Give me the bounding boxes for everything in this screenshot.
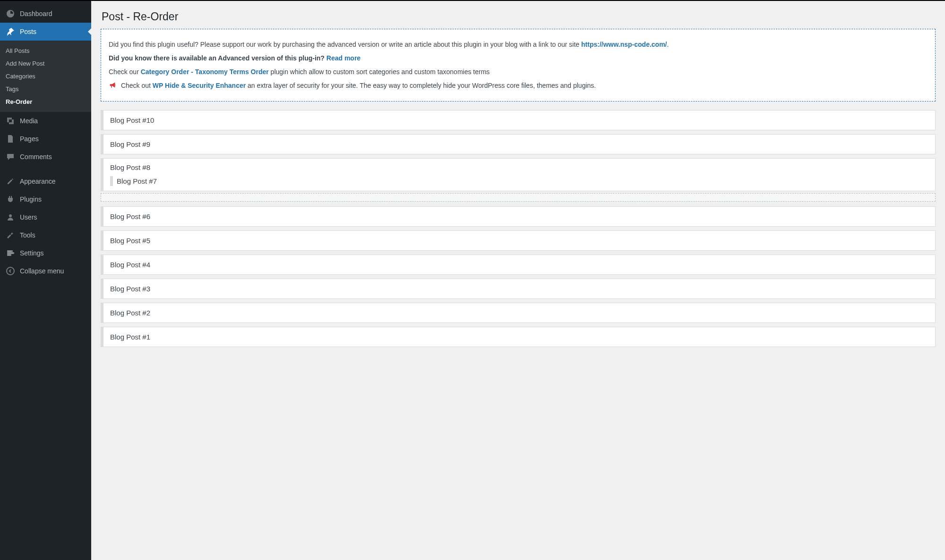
- sortable-item[interactable]: Blog Post #5: [101, 230, 936, 251]
- sortable-item[interactable]: Blog Post #6: [101, 206, 936, 227]
- megaphone-icon: [109, 81, 117, 89]
- pages-icon: [6, 134, 15, 144]
- appearance-icon: [6, 177, 15, 186]
- submenu-item-reorder[interactable]: Re-Order: [0, 95, 91, 108]
- settings-icon: [6, 248, 15, 258]
- sidebar-item-label: Comments: [20, 153, 52, 161]
- svg-point-0: [7, 267, 14, 275]
- info-paragraph-support: Did you find this plugin useful? Please …: [109, 40, 928, 50]
- sidebar-item-label: Users: [20, 213, 37, 221]
- media-icon: [6, 116, 15, 126]
- info-text: an extra layer of security for your site…: [246, 82, 596, 89]
- sortable-item[interactable]: Blog Post #3: [101, 279, 936, 299]
- info-paragraph-advanced: Did you know there is available an Advan…: [109, 53, 928, 63]
- info-text: .: [667, 41, 669, 48]
- sidebar-item-pages[interactable]: Pages: [0, 130, 91, 148]
- sidebar-item-users[interactable]: Users: [0, 208, 91, 226]
- sidebar-item-posts[interactable]: Posts: [0, 23, 91, 41]
- sortable-item-dragging[interactable]: Blog Post #8 Blog Post #7: [101, 158, 936, 191]
- sidebar-item-collapse[interactable]: Collapse menu: [0, 262, 91, 280]
- sidebar-item-label: Tools: [20, 231, 35, 239]
- info-text-strong: Did you know there is available an Advan…: [109, 54, 326, 62]
- info-text: Check out: [121, 82, 153, 89]
- tools-icon: [6, 230, 15, 240]
- sidebar-item-dashboard[interactable]: Dashboard: [0, 5, 91, 23]
- sidebar-item-label: Pages: [20, 135, 39, 143]
- link-read-more[interactable]: Read more: [326, 54, 361, 62]
- sidebar-item-comments[interactable]: Comments: [0, 148, 91, 166]
- menu-separator: [0, 166, 91, 172]
- comments-icon: [6, 152, 15, 161]
- sidebar-item-label: Posts: [20, 28, 36, 35]
- admin-sidebar: Dashboard Posts All Posts Add New Post C…: [0, 1, 91, 560]
- info-paragraph-category: Check our Category Order - Taxonomy Term…: [109, 67, 928, 77]
- sidebar-item-label: Appearance: [20, 178, 56, 185]
- sortable-item-child[interactable]: Blog Post #7: [110, 176, 928, 186]
- sidebar-item-tools[interactable]: Tools: [0, 226, 91, 244]
- submenu-item-categories[interactable]: Categories: [0, 70, 91, 83]
- sortable-item[interactable]: Blog Post #4: [101, 255, 936, 275]
- submenu-item-all-posts[interactable]: All Posts: [0, 44, 91, 57]
- sidebar-item-label: Media: [20, 117, 38, 125]
- sortable-post-list: Blog Post #10 Blog Post #9 Blog Post #8 …: [101, 110, 936, 347]
- sidebar-item-plugins[interactable]: Plugins: [0, 190, 91, 208]
- sortable-placeholder: [101, 193, 936, 202]
- sortable-item[interactable]: Blog Post #9: [101, 134, 936, 154]
- link-nsp-code[interactable]: https://www.nsp-code.com/: [581, 41, 667, 48]
- sidebar-item-media[interactable]: Media: [0, 112, 91, 130]
- info-paragraph-wphide: Check out WP Hide & Security Enhancer an…: [109, 81, 928, 91]
- sidebar-item-label: Collapse menu: [20, 267, 64, 275]
- sidebar-submenu-posts: All Posts Add New Post Categories Tags R…: [0, 41, 91, 112]
- sortable-item[interactable]: Blog Post #2: [101, 303, 936, 323]
- plugins-icon: [6, 195, 15, 204]
- layout: Dashboard Posts All Posts Add New Post C…: [0, 1, 945, 560]
- sidebar-item-label: Settings: [20, 249, 44, 257]
- page-title: Post - Re-Order: [101, 1, 936, 29]
- info-text: plugin which allow to custom sort catego…: [269, 68, 490, 76]
- submenu-item-tags[interactable]: Tags: [0, 83, 91, 95]
- users-icon: [6, 212, 15, 222]
- sortable-item[interactable]: Blog Post #1: [101, 327, 936, 347]
- submenu-item-add-new[interactable]: Add New Post: [0, 57, 91, 70]
- sortable-item[interactable]: Blog Post #10: [101, 110, 936, 130]
- pushpin-icon: [6, 27, 15, 36]
- info-text: Check our: [109, 68, 141, 76]
- collapse-icon: [6, 266, 15, 276]
- plugin-info-box: Did you find this plugin useful? Please …: [101, 29, 936, 102]
- main-content: Post - Re-Order Did you find this plugin…: [91, 1, 945, 560]
- dashboard-icon: [6, 9, 15, 18]
- sidebar-item-label: Plugins: [20, 195, 42, 203]
- link-wp-hide[interactable]: WP Hide & Security Enhancer: [153, 82, 246, 89]
- sortable-item-title: Blog Post #8: [110, 163, 928, 171]
- sidebar-item-appearance[interactable]: Appearance: [0, 172, 91, 190]
- sidebar-item-settings[interactable]: Settings: [0, 244, 91, 262]
- info-text: Did you find this plugin useful? Please …: [109, 41, 581, 48]
- link-category-order[interactable]: Category Order - Taxonomy Terms Order: [141, 68, 269, 76]
- sidebar-item-label: Dashboard: [20, 10, 52, 17]
